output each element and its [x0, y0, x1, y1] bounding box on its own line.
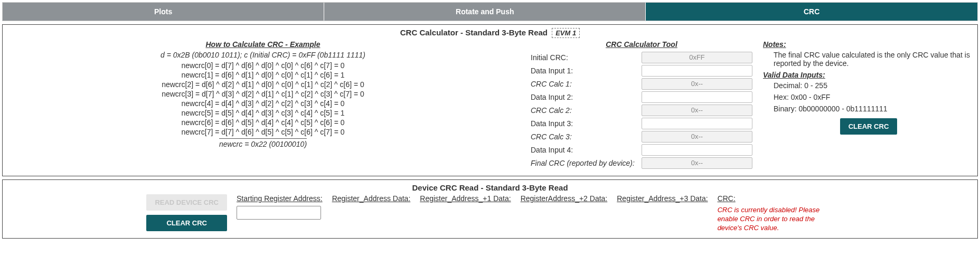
- crc-calculator-panel: CRC Calculator - Standard 3-Byte Read EV…: [2, 24, 978, 176]
- crc-example-result: newcrc = 0x22 (00100010): [219, 138, 307, 148]
- valid-input-binary: Binary: 0b00000000 - 0b11111111: [774, 105, 974, 113]
- tab-rotate-push[interactable]: Rotate and Push: [324, 3, 646, 21]
- starting-register-address-header: Starting Register Address:: [237, 194, 323, 203]
- device-crc-title: Device CRC Read - Standard 3-Byte Read: [6, 183, 974, 192]
- final-crc-label: Final CRC (reported by device):: [531, 159, 636, 167]
- register-address-plus1-header: Register_Address_+1 Data:: [420, 194, 511, 203]
- crc-calc-1-value: 0x--: [642, 78, 752, 90]
- device-crc-panel: Device CRC Read - Standard 3-Byte Read R…: [2, 179, 978, 239]
- data-input-1-label: Data Input 1:: [531, 67, 636, 75]
- crc-tool-heading: CRC Calculator Tool: [531, 40, 752, 49]
- data-input-3-label: Data Input 3:: [531, 119, 636, 128]
- crc-example-line: newcrc[0] = d[7] ^ d[6] ^ d[0] ^ c[0] ^ …: [6, 61, 520, 70]
- crc-tool: CRC Calculator Tool Initial CRC: 0xFF Da…: [531, 40, 752, 170]
- valid-input-decimal: Decimal: 0 - 255: [774, 81, 974, 90]
- device-crc-header: CRC:: [718, 194, 834, 203]
- final-crc-value: 0x--: [642, 157, 752, 169]
- register-address-plus3-header: Register_Address_+3 Data:: [617, 194, 708, 203]
- crc-example-line: newcrc[7] = d[7] ^ d[6] ^ d[5] ^ c[5] ^ …: [6, 128, 520, 136]
- data-input-4[interactable]: [642, 144, 752, 156]
- notes-text: The final CRC value calculated is the on…: [774, 51, 974, 68]
- notes-heading: Notes:: [763, 40, 974, 49]
- crc-example-line: newcrc[5] = d[5] ^ d[4] ^ d[3] ^ c[3] ^ …: [6, 109, 520, 117]
- data-input-3[interactable]: [642, 118, 752, 129]
- crc-example-line: newcrc[6] = d[6] ^ d[5] ^ d[4] ^ c[4] ^ …: [6, 118, 520, 127]
- crc-calc-title-text: CRC Calculator - Standard 3-Byte Read: [400, 28, 548, 37]
- starting-register-address-input[interactable]: [237, 206, 321, 220]
- data-input-4-label: Data Input 4:: [531, 146, 636, 154]
- register-address-plus2-header: RegisterAddress_+2 Data:: [521, 194, 608, 203]
- crc-calc-1-label: CRC Calc 1:: [531, 80, 636, 88]
- device-clear-crc-button[interactable]: CLEAR CRC: [146, 215, 227, 231]
- crc-notes: Notes: The final CRC value calculated is…: [763, 40, 974, 135]
- crc-example-line: newcrc[3] = d[7] ^ d[3] ^ d[2] ^ d[1] ^ …: [6, 90, 520, 98]
- crc-example-heading: How to Calculate CRC - Example: [6, 40, 520, 49]
- crc-disabled-warning: CRC is currently disabled! Please enable…: [718, 206, 834, 233]
- valid-input-hex: Hex: 0x00 - 0xFF: [774, 93, 974, 101]
- tab-crc[interactable]: CRC: [646, 3, 977, 21]
- crc-calc-2-value: 0x--: [642, 105, 752, 116]
- crc-example-line: newcrc[4] = d[4] ^ d[3] ^ d[2] ^ c[2] ^ …: [6, 99, 520, 108]
- evm-badge[interactable]: EVM 1: [552, 28, 580, 38]
- initial-crc-value: 0xFF: [642, 52, 752, 63]
- crc-calc-2-label: CRC Calc 2:: [531, 106, 636, 115]
- data-input-2[interactable]: [642, 91, 752, 103]
- crc-example: How to Calculate CRC - Example d = 0x2B …: [6, 40, 520, 148]
- crc-calc-3-value: 0x--: [642, 131, 752, 143]
- initial-crc-label: Initial CRC:: [531, 53, 636, 62]
- tab-bar: Plots Rotate and Push CRC: [2, 2, 978, 21]
- data-input-1[interactable]: [642, 65, 752, 77]
- valid-inputs-heading: Valid Data Inputs:: [763, 71, 974, 79]
- clear-crc-button[interactable]: CLEAR CRC: [840, 118, 898, 135]
- crc-example-top: d = 0x2B (0b0010 1011); c (Initial CRC) …: [6, 51, 520, 59]
- crc-calc-title: CRC Calculator - Standard 3-Byte Read EV…: [6, 28, 974, 38]
- data-input-2-label: Data Input 2:: [531, 93, 636, 101]
- tab-plots[interactable]: Plots: [3, 3, 324, 21]
- crc-calc-3-label: CRC Calc 3:: [531, 132, 636, 141]
- crc-example-line: newcrc[1] = d[6] ^ d[1] ^ d[0] ^ c[0] ^ …: [6, 71, 520, 79]
- crc-example-line: newcrc[2] = d[6] ^ d[2] ^ d[1] ^ d[0] ^ …: [6, 80, 520, 89]
- read-device-crc-button[interactable]: READ DEVICE CRC: [146, 194, 227, 211]
- register-address-data-header: Register_Address Data:: [332, 194, 411, 203]
